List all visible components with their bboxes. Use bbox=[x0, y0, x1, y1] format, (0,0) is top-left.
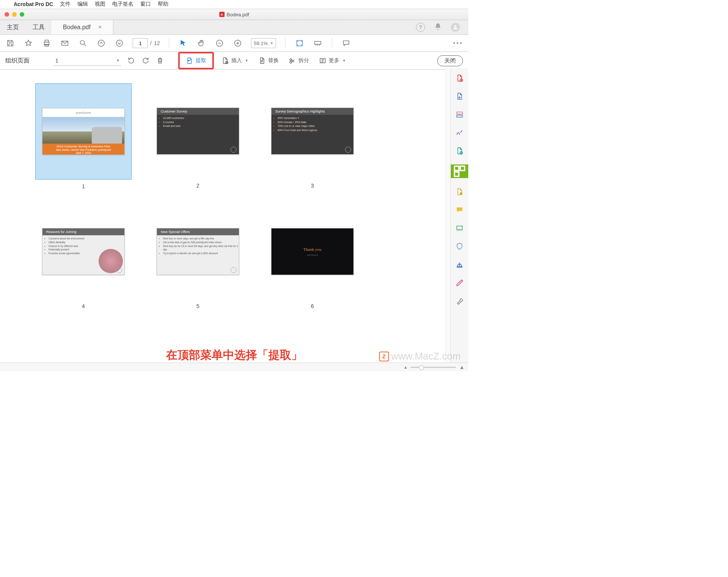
export-pdf-icon[interactable] bbox=[455, 92, 464, 101]
page-select-dropdown[interactable]: 1 ▼ bbox=[54, 56, 121, 66]
menu-view[interactable]: 视图 bbox=[95, 1, 105, 8]
vertical-scrollbar[interactable] bbox=[445, 68, 451, 363]
bell-icon[interactable] bbox=[434, 23, 442, 32]
hand-tool-icon[interactable] bbox=[196, 38, 206, 48]
protect-icon[interactable] bbox=[455, 242, 464, 251]
page-thumbnail-1[interactable]: point2point 2018 Customer Survey & Incen… bbox=[36, 83, 131, 189]
edit-pdf-icon[interactable] bbox=[455, 110, 464, 119]
organize-pages-icon[interactable] bbox=[451, 164, 468, 178]
page-current-input[interactable] bbox=[133, 38, 148, 48]
comment-tool-icon[interactable] bbox=[455, 205, 464, 214]
page-number: 2 bbox=[196, 183, 199, 189]
window-titlebar: A Bodea.pdf bbox=[0, 9, 468, 20]
svg-point-5 bbox=[98, 40, 105, 47]
tab-tools[interactable]: 工具 bbox=[26, 20, 52, 34]
page-number: 6 bbox=[311, 303, 314, 309]
watermark: Z www.MacZ.com bbox=[379, 350, 461, 362]
keyboard-icon[interactable] bbox=[313, 38, 323, 48]
mail-icon[interactable] bbox=[60, 38, 70, 48]
window-minimize-button[interactable] bbox=[12, 12, 17, 17]
instruction-annotation: 在顶部菜单中选择「提取」 bbox=[166, 347, 303, 363]
scan-icon[interactable] bbox=[455, 224, 464, 233]
window-title: A Bodea.pdf bbox=[219, 12, 249, 17]
svg-rect-19 bbox=[455, 166, 459, 171]
zoom-dropdown[interactable]: 59.1% ▼ bbox=[251, 38, 276, 48]
page-thumbnail-6[interactable]: Thank you point2point 6 bbox=[265, 204, 360, 309]
more-label: 更多 bbox=[329, 57, 339, 64]
page-number: 5 bbox=[196, 303, 199, 309]
tab-close-icon[interactable]: × bbox=[98, 24, 102, 31]
delete-button[interactable] bbox=[155, 57, 165, 64]
help-icon[interactable]: ? bbox=[416, 23, 425, 32]
page-sep: / bbox=[150, 40, 152, 46]
window-close-button[interactable] bbox=[5, 12, 9, 17]
window-maximize-button[interactable] bbox=[20, 12, 24, 17]
extract-label: 提取 bbox=[196, 57, 206, 64]
tab-document[interactable]: Bodea.pdf × bbox=[52, 20, 113, 34]
menu-esign[interactable]: 电子签名 bbox=[112, 1, 133, 8]
thumbnail-size-slider[interactable] bbox=[411, 367, 456, 368]
save-icon[interactable] bbox=[5, 38, 15, 48]
svg-rect-23 bbox=[457, 226, 463, 230]
combine-icon[interactable] bbox=[455, 146, 464, 155]
close-panel-button[interactable]: 关闭 bbox=[437, 55, 463, 66]
menu-help[interactable]: 帮助 bbox=[158, 1, 168, 8]
chevron-down-icon: ▼ bbox=[116, 58, 120, 63]
main-toolbar: / 12 59.1% ▼ ••• bbox=[0, 35, 468, 52]
svg-point-13 bbox=[290, 61, 292, 63]
rotate-cw-button[interactable] bbox=[141, 57, 150, 64]
settings-wrench-icon[interactable] bbox=[455, 296, 464, 305]
compress-icon[interactable] bbox=[455, 187, 464, 196]
page-thumbnail-2[interactable]: Customer Survey 22,000 customers6 months… bbox=[150, 83, 246, 189]
page-thumbnail-4[interactable]: Reasons for Joining Concerns about the e… bbox=[36, 204, 131, 309]
traffic-lights bbox=[0, 12, 24, 17]
rotate-ccw-button[interactable] bbox=[127, 57, 136, 64]
replace-label: 替换 bbox=[268, 57, 279, 64]
print-icon[interactable] bbox=[42, 38, 52, 48]
svg-rect-17 bbox=[457, 115, 463, 117]
replace-button[interactable]: 替换 bbox=[256, 57, 281, 64]
extract-button[interactable]: 提取 bbox=[184, 57, 209, 64]
share-icon[interactable] bbox=[455, 260, 464, 269]
svg-point-4 bbox=[80, 41, 85, 45]
page-thumbnail-3[interactable]: Survey Demographics Highlights 55% Gener… bbox=[265, 83, 360, 189]
tab-home[interactable]: 主页 bbox=[0, 20, 26, 34]
page-thumbnails-area: point2point 2018 Customer Survey & Incen… bbox=[0, 68, 446, 363]
thumb-large-icon[interactable]: ▲ bbox=[459, 364, 464, 370]
thumb-small-icon[interactable]: ▲ bbox=[403, 365, 408, 369]
page-up-icon[interactable] bbox=[96, 38, 106, 48]
app-name[interactable]: Acrobat Pro DC bbox=[14, 1, 53, 7]
selection-arrow-icon[interactable] bbox=[178, 38, 188, 48]
more-tools-icon[interactable]: ••• bbox=[453, 40, 463, 47]
comment-icon[interactable] bbox=[341, 38, 351, 48]
page-indicator: / 12 bbox=[133, 38, 160, 48]
zoom-out-icon[interactable] bbox=[215, 38, 224, 48]
page-down-icon[interactable] bbox=[115, 38, 124, 48]
insert-button[interactable]: 插入 ▼ bbox=[219, 57, 251, 64]
star-icon[interactable] bbox=[24, 38, 33, 48]
account-avatar[interactable] bbox=[451, 23, 460, 32]
zoom-in-icon[interactable] bbox=[233, 38, 243, 48]
organize-pages-toolbar: 组织页面 1 ▼ 提取 插入 ▼ 替换 拆分 更多 ▼ 关闭 bbox=[0, 52, 468, 70]
right-tool-panel bbox=[450, 68, 468, 363]
slide1-logo: point2point bbox=[42, 108, 124, 117]
svg-rect-16 bbox=[457, 112, 463, 114]
svg-rect-22 bbox=[460, 192, 462, 194]
menu-file[interactable]: 文件 bbox=[60, 1, 71, 8]
page-thumbnail-5[interactable]: New Special Offers Rent four or more day… bbox=[150, 204, 246, 309]
svg-rect-10 bbox=[315, 41, 321, 44]
create-pdf-icon[interactable] bbox=[455, 73, 464, 83]
svg-rect-20 bbox=[460, 166, 465, 171]
fit-screen-icon[interactable] bbox=[295, 38, 304, 48]
mac-menubar: Acrobat Pro DC 文件 编辑 视图 电子签名 窗口 帮助 bbox=[0, 0, 468, 9]
menu-window[interactable]: 窗口 bbox=[140, 1, 151, 8]
more-button[interactable]: 更多 ▼ bbox=[317, 57, 348, 64]
split-button[interactable]: 拆分 bbox=[286, 57, 311, 64]
svg-rect-1 bbox=[45, 40, 48, 42]
sign-icon[interactable] bbox=[455, 128, 464, 137]
menu-edit[interactable]: 编辑 bbox=[77, 1, 88, 8]
insert-label: 插入 bbox=[231, 57, 242, 64]
redact-icon[interactable] bbox=[455, 278, 464, 287]
zoom-find-icon[interactable] bbox=[78, 38, 88, 48]
tab-document-label: Bodea.pdf bbox=[63, 24, 91, 31]
